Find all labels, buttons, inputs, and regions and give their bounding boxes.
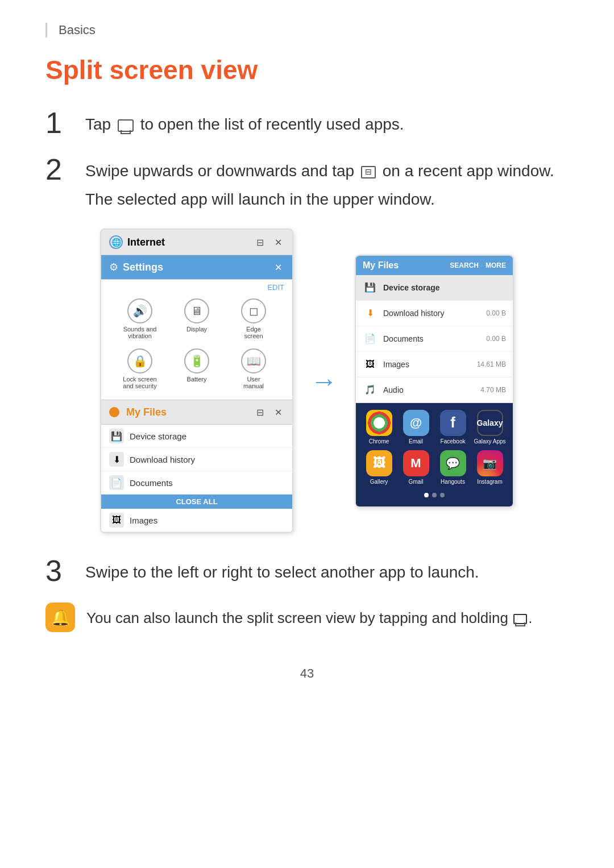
instagram-label: Instagram (477, 479, 502, 485)
internet-label: Internet (127, 236, 165, 248)
right-top-bar: My Files SEARCH MORE (356, 256, 513, 275)
display-item: 🖥 Display (184, 298, 209, 339)
edit-label[interactable]: EDIT (101, 283, 292, 292)
battery-icon: 🔋 (184, 348, 209, 373)
right-images-icon: 🖼 (363, 357, 377, 372)
dot-2 (432, 493, 437, 497)
sounds-item: 🔊 Sounds and vibration (123, 298, 157, 339)
recent-apps-icon (118, 119, 134, 132)
step-2: 2 Swipe upwards or downwards and tap ⊟ o… (45, 155, 569, 211)
split-card-icon[interactable]: ⊟ (254, 236, 266, 248)
step-1: 1 Tap to open the list of recently used … (45, 108, 569, 138)
right-documents-label: Documents (383, 334, 480, 343)
right-images-size: 14.61 MB (477, 360, 506, 368)
page-number: 43 (45, 666, 569, 681)
gallery-label: Gallery (370, 479, 388, 485)
chrome-app[interactable]: Chrome (362, 410, 396, 445)
email-label: Email (409, 438, 423, 445)
step-3: 3 Swipe to the left or right to select a… (45, 556, 569, 585)
close-internet-icon[interactable]: ✕ (272, 236, 284, 248)
email-app[interactable]: @ Email (399, 410, 433, 445)
lock-icon: 🔒 (127, 348, 152, 373)
search-action[interactable]: SEARCH (450, 261, 479, 269)
step-2-subtext: The selected app will launch in the uppe… (85, 188, 554, 211)
apps-row-1: Chrome @ Email f Facebook Galaxy Galaxy … (360, 410, 508, 445)
step-1-content: Tap to open the list of recently used ap… (85, 108, 404, 136)
right-title: My Files (363, 260, 399, 271)
right-device-icon: 💾 (363, 280, 377, 295)
step-number-3: 3 (45, 556, 85, 585)
right-device-label: Device storage (383, 283, 506, 292)
images-label: Images (130, 516, 284, 525)
settings-label: Settings (123, 261, 163, 273)
galaxy-apps-icon: Galaxy (477, 410, 503, 436)
galaxy-apps-app[interactable]: Galaxy Galaxy Apps (473, 410, 507, 445)
edge-label: Edge screen (237, 326, 271, 339)
display-label: Display (186, 326, 207, 333)
settings-icons-row1: 🔊 Sounds and vibration 🖥 Display ◻ Edge … (101, 294, 292, 344)
page-title: Split screen view (45, 55, 569, 85)
myfiles-card: My Files ⊟ ✕ 💾 Device storage ⬇ Download… (101, 400, 292, 532)
device-storage-row: 💾 Device storage (101, 425, 292, 448)
settings-card: ⚙ Settings ✕ EDIT 🔊 Sounds and vibration (101, 255, 292, 400)
close-settings-icon[interactable]: ✕ (272, 261, 284, 273)
right-documents-icon: 📄 (363, 331, 377, 346)
step-2-content: Swipe upwards or downwards and tap ⊟ on … (85, 155, 554, 211)
apps-row-2: 🖼 Gallery M Gmail 💬 Hangouts 📷 Instagram (360, 450, 508, 485)
hangouts-app[interactable]: 💬 Hangouts (436, 450, 470, 485)
gmail-label: Gmail (408, 479, 423, 485)
right-download-label: Download history (383, 309, 480, 318)
tip-icon: 🔔 (45, 603, 75, 632)
right-images-row: 🖼 Images 14.61 MB (356, 352, 513, 377)
gallery-icon: 🖼 (366, 450, 392, 476)
step-number-2: 2 (45, 155, 85, 184)
tip-area: 🔔 You can also launch the split screen v… (45, 603, 569, 632)
manual-icon: 📖 (241, 348, 266, 373)
dot-1 (424, 493, 429, 497)
instagram-icon: 📷 (477, 450, 503, 476)
close-myfiles-icon[interactable]: ✕ (272, 406, 284, 418)
images-row: 🖼 Images (101, 509, 292, 532)
instagram-app[interactable]: 📷 Instagram (473, 450, 507, 485)
more-action[interactable]: MORE (486, 261, 506, 269)
galaxy-apps-label: Galaxy Apps (474, 438, 505, 445)
split-myfiles-icon[interactable]: ⊟ (254, 406, 266, 418)
tip-text: You can also launch the split screen vie… (86, 603, 532, 629)
download-label: Download history (130, 455, 284, 464)
app-dots (360, 491, 508, 500)
sounds-label: Sounds and vibration (123, 326, 157, 339)
right-download-icon: ⬇ (363, 306, 377, 321)
arrow-icon: → (310, 366, 338, 397)
right-documents-size: 0.00 B (486, 335, 506, 343)
lock-label: Lock screen and security (123, 376, 157, 389)
split-icon: ⊟ (361, 166, 376, 178)
close-all-bar[interactable]: CLOSE ALL (101, 495, 292, 509)
right-audio-size: 4.70 MB (480, 386, 506, 394)
right-audio-row: 🎵 Audio 4.70 MB (356, 377, 513, 403)
display-icon: 🖥 (184, 298, 209, 323)
dot-3 (440, 493, 445, 497)
step-number-1: 1 (45, 108, 85, 138)
facebook-label: Facebook (441, 438, 466, 445)
manual-label: User manual (237, 376, 271, 389)
gallery-app[interactable]: 🖼 Gallery (362, 450, 396, 485)
chrome-label: Chrome (369, 438, 389, 445)
right-download-size: 0.00 B (486, 309, 506, 317)
hangouts-icon: 💬 (440, 450, 466, 476)
battery-label: Battery (187, 376, 207, 383)
breadcrumb: Basics (45, 23, 569, 38)
phone-left: 🌐 Internet ⊟ ✕ ⚙ Settings ✕ (100, 229, 293, 533)
manual-item: 📖 User manual (237, 348, 271, 389)
phone-right: My Files SEARCH MORE 💾 Device storage ⬇ … (355, 255, 514, 508)
documents-row: 📄 Documents (101, 471, 292, 495)
facebook-app[interactable]: f Facebook (436, 410, 470, 445)
right-download-row: ⬇ Download history 0.00 B (356, 301, 513, 326)
battery-item: 🔋 Battery (184, 348, 209, 389)
device-storage-icon: 💾 (109, 429, 124, 443)
edge-icon: ◻ (241, 298, 266, 323)
edge-item: ◻ Edge screen (237, 298, 271, 339)
right-images-label: Images (383, 360, 471, 369)
gmail-app[interactable]: M Gmail (399, 450, 433, 485)
facebook-icon: f (440, 410, 466, 436)
right-audio-icon: 🎵 (363, 383, 377, 397)
